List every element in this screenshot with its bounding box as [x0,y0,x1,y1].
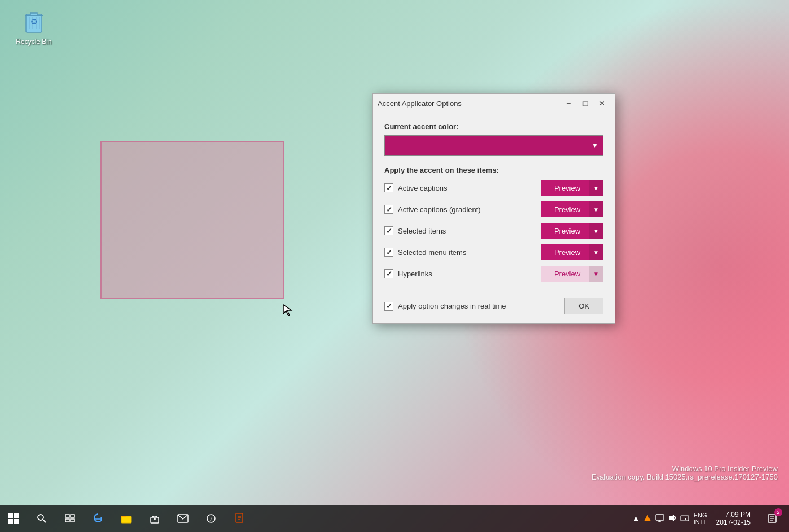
app6-button[interactable]: ♪ [198,505,225,532]
file-explorer-button[interactable] [113,505,140,532]
svg-marker-25 [669,515,674,521]
accent-applicator-dialog: Accent Applicator Options − □ ✕ Current … [372,93,615,324]
accent-color-label: Current accent color: [384,122,603,131]
search-button[interactable] [28,505,55,532]
notification-badge: 2 [774,508,782,516]
preview-btn-arrow-hyperlinks: ▼ [589,266,603,282]
checkbox-active-captions[interactable] [384,183,393,192]
desktop: ♻ Recycle Bin Windows 10 Pro Insider Pre… [0,0,789,532]
restore-button[interactable]: □ [577,97,593,109]
watermark-line2: Evaluation copy. Build 15025.rs_prerelea… [591,473,778,481]
edge-button[interactable] [85,505,112,532]
app7-button[interactable] [226,505,253,532]
svg-rect-3 [14,513,19,518]
checkbox-realtime[interactable] [384,302,393,311]
preview-btn-label-active-captions: Preview [546,184,589,192]
item-row-active-captions: Active captions Preview ▼ [384,179,603,197]
preview-btn-label-selected-menu-items: Preview [546,248,589,257]
svg-rect-8 [65,515,69,517]
label-realtime: Apply option changes in real time [398,302,506,310]
tray-volume-icon[interactable] [668,513,677,524]
checkbox-selected-menu-items[interactable] [384,248,393,257]
svg-text:♪: ♪ [210,516,213,522]
taskbar-left: ♪ [0,505,253,532]
preview-btn-arrow-active-captions: ▼ [589,180,603,196]
bottom-row: Apply option changes in real time OK [384,292,603,314]
dialog-title: Accent Applicator Options [378,99,462,108]
lang-line2: INTL [694,518,707,525]
label-active-captions-gradient: Active captions (gradient) [398,205,481,214]
mouse-cursor [282,304,293,317]
preview-btn-active-captions[interactable]: Preview ▼ [541,180,603,196]
checkbox-active-captions-gradient[interactable] [384,205,393,214]
ok-button[interactable]: OK [564,298,603,314]
item-left-selected-items: Selected items [384,226,446,235]
watermark-line1: Windows 10 Pro Insider Preview [591,464,778,473]
dialog-content: Current accent color: ▼ Apply the accent… [373,113,615,323]
checkbox-selected-items[interactable] [384,226,393,235]
language-indicator[interactable]: ENG INTL [694,512,707,525]
label-selected-items: Selected items [398,227,446,235]
item-left-selected-menu-items: Selected menu items [384,248,466,257]
svg-rect-4 [8,519,13,524]
accent-color-dropdown[interactable]: ▼ [384,135,603,156]
item-row-selected-menu-items: Selected menu items Preview ▼ [384,243,603,261]
mail-button[interactable] [169,505,196,532]
svg-marker-21 [644,515,651,521]
taskbar: ♪ ▲ [0,505,789,532]
svg-rect-26 [681,516,689,521]
dialog-titlebar: Accent Applicator Options − □ ✕ [373,94,615,113]
preview-btn-selected-menu-items[interactable]: Preview ▼ [541,244,603,260]
taskbar-right: ▲ [633,505,789,532]
apply-section-label: Apply the accent on these items: [384,166,603,174]
titlebar-controls: − □ ✕ [560,97,610,109]
item-row-active-captions-gradient: Active captions (gradient) Preview ▼ [384,200,603,218]
svg-point-6 [38,515,43,520]
preview-btn-label-selected-items: Preview [546,227,589,235]
clock-time: 7:09 PM [725,511,751,518]
preview-btn-active-captions-gradient[interactable]: Preview ▼ [541,201,603,217]
preview-btn-arrow-selected-items: ▼ [589,223,603,239]
checkbox-hyperlinks[interactable] [384,269,393,278]
svg-rect-10 [65,519,69,522]
item-left-active-captions-gradient: Active captions (gradient) [384,205,481,214]
close-button[interactable]: ✕ [594,97,610,109]
preview-btn-label-hyperlinks: Preview [546,270,589,278]
svg-rect-9 [71,515,74,517]
watermark: Windows 10 Pro Insider Preview Evaluatio… [591,464,778,481]
item-left-hyperlinks: Hyperlinks [384,269,432,278]
svg-rect-22 [656,515,664,520]
preview-btn-arrow-gradient: ▼ [589,201,603,217]
preview-btn-label-gradient: Preview [546,205,589,214]
realtime-check: Apply option changes in real time [384,302,506,311]
label-hyperlinks: Hyperlinks [398,270,432,278]
svg-rect-5 [14,519,19,524]
preview-btn-arrow-selected-menu-items: ▼ [589,244,603,260]
desktop-preview-rect [100,141,284,299]
item-row-hyperlinks: Hyperlinks Preview ▼ [384,265,603,283]
dropdown-arrow-icon: ▼ [591,142,598,150]
tray-keyboard-icon[interactable] [680,513,689,524]
item-row-selected-items: Selected items Preview ▼ [384,222,603,240]
apply-section: Apply the accent on these items: Active … [384,166,603,283]
minimize-button[interactable]: − [560,97,576,109]
svg-text:♻: ♻ [30,17,38,26]
tray-icon-1[interactable] [643,513,652,524]
recycle-bin-icon[interactable]: ♻ Recycle Bin [11,8,56,46]
show-hidden-icon[interactable]: ▲ [633,515,639,522]
lang-line1: ENG [694,512,707,518]
start-button[interactable] [0,505,27,532]
task-view-button[interactable] [56,505,84,532]
preview-btn-hyperlinks[interactable]: Preview ▼ [541,266,603,282]
svg-rect-2 [8,513,13,518]
recycle-bin-image: ♻ [20,8,47,36]
preview-btn-selected-items[interactable]: Preview ▼ [541,223,603,239]
store-button[interactable] [141,505,168,532]
recycle-bin-label: Recycle Bin [16,38,51,46]
svg-line-7 [43,520,46,522]
system-clock[interactable]: 7:09 PM 2017-02-15 [712,511,755,526]
item-left-active-captions: Active captions [384,183,447,192]
label-active-captions: Active captions [398,184,447,192]
tray-display-icon[interactable] [655,513,664,524]
notification-button[interactable]: 2 [760,505,784,532]
